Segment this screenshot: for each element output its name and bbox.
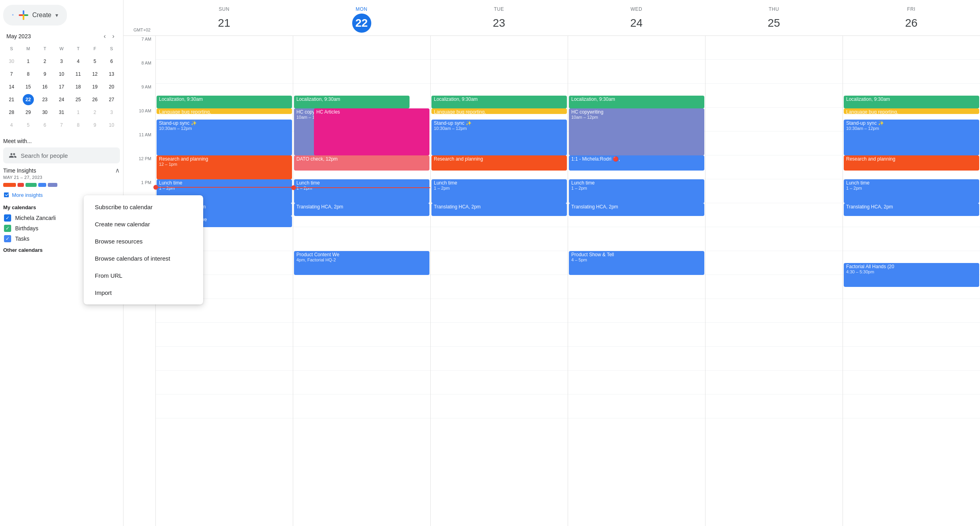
day-header-t1: T xyxy=(37,42,53,55)
context-menu-item[interactable]: From URL xyxy=(84,267,203,284)
mini-cal-day[interactable]: 25 xyxy=(70,93,86,106)
calendar-event[interactable]: Lunch time1 – 2pm xyxy=(294,179,429,203)
mini-cal-day[interactable]: 18 xyxy=(70,80,86,93)
calendar-event[interactable]: Lunch time1 – 2pm xyxy=(569,179,704,203)
calendar-event[interactable]: DATO check, 12pm xyxy=(294,155,429,171)
mini-cal-day[interactable]: 12 xyxy=(86,68,103,80)
more-insights-button[interactable]: More insights xyxy=(3,190,43,200)
mini-cal-day[interactable]: 1 xyxy=(20,55,37,68)
mini-cal-day[interactable]: 29 xyxy=(20,106,37,119)
plus-icon: + xyxy=(12,10,15,21)
day-number[interactable]: 25 xyxy=(764,14,784,33)
mini-cal-day[interactable]: 22 xyxy=(20,93,37,106)
day-number[interactable]: 26 xyxy=(902,14,921,33)
hour-line xyxy=(431,347,568,371)
mini-cal-day[interactable]: 2 xyxy=(37,55,53,68)
mini-cal-day[interactable]: 14 xyxy=(3,80,20,93)
calendar-event[interactable]: Localization, 9:30am xyxy=(569,96,704,108)
hour-line xyxy=(431,60,568,84)
mini-cal-day[interactable]: 2 xyxy=(86,106,103,119)
context-menu-item[interactable]: Browse resources xyxy=(84,233,203,250)
calendar-event[interactable]: Research and planning xyxy=(844,155,979,171)
mini-cal-day[interactable]: 26 xyxy=(86,93,103,106)
mini-cal-day[interactable]: 19 xyxy=(86,80,103,93)
calendar-event[interactable]: Translating HCA, 2pm xyxy=(294,203,429,216)
create-button[interactable]: + Create ▾ xyxy=(3,5,67,26)
context-menu-item[interactable]: Import xyxy=(84,284,203,301)
mini-cal-day[interactable]: 7 xyxy=(3,68,20,80)
calendar-event[interactable]: Stand-up sync ✨10:30am – 12pm xyxy=(844,120,979,155)
mini-cal-day[interactable]: 4 xyxy=(3,119,20,132)
calendar-event[interactable]: Research and planning12 – 1pm xyxy=(157,155,292,179)
mini-cal-day[interactable]: 5 xyxy=(86,55,103,68)
mini-cal-day[interactable]: 9 xyxy=(37,68,53,80)
calendar-event[interactable]: Translating HCA, 2pm xyxy=(431,203,567,216)
calendar-event[interactable]: Research and planning xyxy=(431,155,567,171)
calendar-event[interactable]: Localization, 9:30am xyxy=(157,96,292,108)
hour-line xyxy=(706,394,843,418)
mini-cal-day[interactable]: 5 xyxy=(20,119,37,132)
mini-cal-day[interactable]: 30 xyxy=(3,55,20,68)
mini-cal-day[interactable]: 4 xyxy=(70,55,86,68)
time-insights-chevron[interactable]: ∧ xyxy=(115,167,120,174)
calendar-event[interactable]: Product Show & Tell4 – 5pm xyxy=(569,251,704,275)
day-number[interactable]: 22 xyxy=(352,14,371,33)
calendar-event[interactable]: Translating HCA, 2pm xyxy=(844,203,979,216)
mini-cal-day[interactable]: 31 xyxy=(53,106,70,119)
mini-cal-day[interactable]: 7 xyxy=(53,119,70,132)
mini-cal-day[interactable]: 28 xyxy=(3,106,20,119)
calendar-event[interactable]: Localization, 9:30am xyxy=(844,96,979,108)
hour-line xyxy=(706,251,843,275)
mini-cal-day[interactable]: 8 xyxy=(20,68,37,80)
context-menu-item[interactable]: Subscribe to calendar xyxy=(84,198,203,216)
mini-cal-day[interactable]: 15 xyxy=(20,80,37,93)
mini-cal-day[interactable]: 1 xyxy=(70,106,86,119)
calendar-event[interactable]: Translating HCA, 2pm xyxy=(569,203,704,216)
mini-cal-day[interactable]: 13 xyxy=(103,68,120,80)
day-number[interactable]: 23 xyxy=(490,14,509,33)
mini-cal-day[interactable]: 9 xyxy=(86,119,103,132)
calendar-event[interactable]: Language bug reporting, xyxy=(844,108,979,114)
day-number[interactable]: 21 xyxy=(215,14,234,33)
hour-line xyxy=(706,84,843,108)
context-menu-item[interactable]: Browse calendars of interest xyxy=(84,250,203,267)
calendar-event[interactable]: Stand-up sync ✨10:30am – 12pm xyxy=(157,120,292,155)
next-month-btn[interactable]: › xyxy=(110,32,117,41)
mini-cal-day[interactable]: 11 xyxy=(70,68,86,80)
mini-cal-day[interactable]: 6 xyxy=(103,55,120,68)
calendar-event[interactable]: Stand-up sync ✨10:30am – 12pm xyxy=(431,120,567,155)
context-menu-item[interactable]: Create new calendar xyxy=(84,216,203,233)
calendar-event[interactable]: Lunch time1 – 2pm xyxy=(844,179,979,203)
calendar-event[interactable]: Lunch time1 – 2pm xyxy=(431,179,567,203)
calendar-event[interactable]: HC Articles xyxy=(314,108,429,155)
calendar-event[interactable]: Localization, 9:30am xyxy=(431,96,567,108)
mini-cal-day[interactable]: 24 xyxy=(53,93,70,106)
mini-cal-day[interactable]: 20 xyxy=(103,80,120,93)
mini-cal-day[interactable]: 6 xyxy=(37,119,53,132)
hour-line xyxy=(568,299,705,323)
mini-cal-day[interactable]: 16 xyxy=(37,80,53,93)
search-people-input[interactable]: Search for people xyxy=(3,147,120,163)
mini-cal-day[interactable]: 3 xyxy=(103,106,120,119)
calendar-event[interactable]: 1:1 - Michela:Rodri 🔴, xyxy=(569,155,704,171)
calendar-event[interactable]: Language bug reporting, xyxy=(157,108,292,114)
calendar-event[interactable]: Localization, 9:30am xyxy=(294,96,410,108)
mini-cal-day[interactable]: 23 xyxy=(37,93,53,106)
day-number[interactable]: 24 xyxy=(627,14,646,33)
mini-cal-day[interactable]: 8 xyxy=(70,119,86,132)
mini-cal-day[interactable]: 3 xyxy=(53,55,70,68)
mini-cal-day[interactable]: 27 xyxy=(103,93,120,106)
mini-cal-day[interactable]: 30 xyxy=(37,106,53,119)
search-people-placeholder: Search for people xyxy=(21,152,68,159)
day-column-thu xyxy=(705,36,843,526)
prev-month-btn[interactable]: ‹ xyxy=(101,32,108,41)
calendar-event[interactable]: Product Content We4pm, Factorial HQ-2 xyxy=(294,251,429,275)
mini-cal-day[interactable]: 10 xyxy=(53,68,70,80)
calendar-event[interactable]: HC copywriting10am – 12pm xyxy=(569,108,704,155)
mini-cal-day[interactable]: 21 xyxy=(3,93,20,106)
mini-cal-day[interactable]: 17 xyxy=(53,80,70,93)
meet-with-section: Meet with... Search for people xyxy=(3,138,120,163)
calendar-event[interactable]: Factorial All Hands (204:30 – 5:30pm xyxy=(844,263,979,287)
calendar-event[interactable]: Language bug reporting, xyxy=(431,108,567,114)
mini-cal-day[interactable]: 10 xyxy=(103,119,120,132)
